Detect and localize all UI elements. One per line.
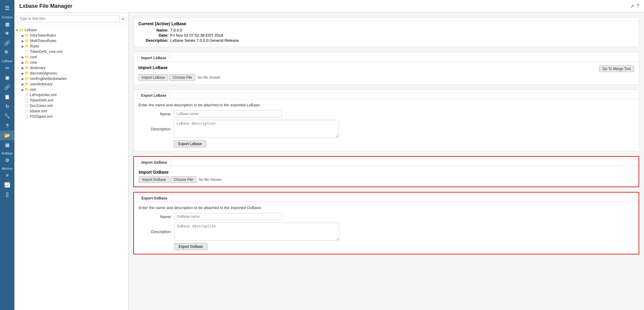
import-lxbase-content: Import LxBase Go To Merge Tool Import Lx…: [134, 61, 639, 84]
item-label: IntraTokenRules: [30, 33, 56, 38]
export-gxbase-name-label: Name:: [139, 214, 172, 219]
description-value: LxBase Series 7.0.0.0 General Release: [170, 38, 239, 43]
import-gxbase-row: Import GxBase Choose File No file chosen: [139, 176, 634, 183]
sidebar-lxbase-view[interactable]: 🔭: [0, 121, 14, 131]
folder-icon: 📁: [25, 66, 29, 70]
export-gxbase-desc-label: Description:: [139, 229, 172, 234]
sidebar-metrics-grid[interactable]: ⣿: [0, 190, 14, 199]
export-lxbase-name-row: Name:: [138, 110, 634, 117]
folder-icon: 📁: [25, 77, 29, 81]
export-lxbase-desc-label: Description:: [138, 127, 171, 131]
export-gxbase-button[interactable]: Export GxBase: [174, 243, 207, 250]
page-title: Lxbase File Manager: [19, 3, 72, 9]
file-icon: 📄: [25, 109, 29, 113]
arrow-icon: ▶: [22, 56, 24, 59]
import-gxbase-panel: Import GxBase Import GxBase Import GxBas…: [133, 156, 639, 187]
name-value: 7.0.0.0: [170, 28, 182, 32]
export-lxbase-desc-row: Description:: [138, 120, 634, 138]
list-item[interactable]: ▶ 📄 TokenDefs.xml: [14, 98, 128, 103]
arrow-icon: ▶: [22, 61, 24, 64]
sidebar: ☰ Corpus ▦ 👁 🔗 🔍 LxBase ✏ ▣ 🔗 📋 ↻ 🔧 🔭 📂 …: [0, 0, 14, 310]
sidebar-lxbase-tool[interactable]: 🔧: [0, 111, 14, 121]
list-item[interactable]: ▶ 📁 userdictionary: [14, 81, 128, 87]
gxbase-section-label: GxBase: [0, 150, 14, 156]
list-item[interactable]: ▶ 📁 Rules: [14, 44, 128, 49]
arrow-icon: ▶: [22, 72, 24, 75]
export-lxbase-tab[interactable]: Export LxBase: [137, 92, 170, 99]
sidebar-lxbase-doc[interactable]: 📋: [0, 92, 14, 102]
sidebar-metrics-chart[interactable]: 📈: [0, 180, 14, 190]
list-item[interactable]: ▶ 📄 lxbase.xml: [14, 108, 128, 114]
file-icon: 📄: [25, 93, 29, 97]
list-item[interactable]: ▶ 📁 xsd: [14, 87, 128, 92]
sidebar-lxbase-table[interactable]: ▣: [0, 73, 14, 83]
item-label: userdictionary: [30, 82, 53, 86]
sidebar-corpus-link[interactable]: 🔗: [0, 38, 14, 48]
sidebar-lxbase-refresh[interactable]: ↻: [0, 102, 14, 111]
list-item[interactable]: ▶ 📁 IntraTokenRules: [14, 33, 128, 38]
export-lxbase-name-input[interactable]: [174, 110, 282, 117]
go-to-merge-tool-button[interactable]: Go To Merge Tool: [599, 65, 634, 72]
choose-file-gxbase-button[interactable]: Choose File: [171, 176, 196, 183]
folder-icon: 📁: [25, 55, 29, 59]
arrow-icon: ▶: [22, 88, 24, 91]
choose-file-lxbase-button[interactable]: Choose File: [169, 74, 195, 81]
export-gxbase-name-input[interactable]: [174, 213, 282, 220]
list-item[interactable]: ▶ 📁 conf: [14, 54, 128, 60]
current-lxbase-heading: Current (Active) LxBase: [138, 21, 634, 26]
sidebar-corpus-eye[interactable]: 👁: [0, 29, 14, 38]
arrow-icon: ▶: [22, 45, 24, 48]
folder-icon: 📁: [25, 87, 29, 92]
list-item[interactable]: ▶ 📄 TokenDefs_core.xml: [14, 49, 128, 54]
collapse-button[interactable]: «: [120, 16, 126, 22]
export-lxbase-desc-textarea[interactable]: [174, 120, 339, 138]
sidebar-lxbase-grid[interactable]: ▦: [0, 140, 14, 150]
export-gxbase-tab[interactable]: Export GxBase: [138, 195, 171, 202]
folder-icon: 📁: [25, 82, 29, 86]
arrow-icon: ▶: [22, 77, 24, 81]
list-item[interactable]: ▶ 📁 discoveryignores: [14, 71, 128, 76]
sidebar-lxbase-folder[interactable]: 📂: [0, 131, 14, 140]
import-lxbase-button[interactable]: Import LxBase: [138, 74, 168, 81]
file-icon: 📄: [25, 115, 29, 119]
export-gxbase-panel: Export GxBase Enter the name and descrip…: [133, 192, 639, 254]
right-panel: Current (Active) LxBase Name: 7.0.0.0 Da…: [128, 13, 644, 310]
list-item[interactable]: ▶ 📄 LxProperties.xml: [14, 92, 128, 98]
import-lxbase-title: Import LxBase: [138, 65, 168, 70]
sidebar-metrics-list[interactable]: ≡: [0, 171, 14, 180]
list-item[interactable]: ▶ 📁 MultiTokenRules: [14, 38, 128, 44]
list-item[interactable]: ▶ 📁 dictionary: [14, 65, 128, 71]
export-lxbase-content: Enter the name and description to be att…: [134, 99, 639, 151]
item-label: MultiTokenRules: [30, 39, 56, 43]
list-item[interactable]: ▶ 📄 PSOtypes.xml: [14, 114, 128, 119]
import-gxbase-button[interactable]: Import GxBase: [139, 176, 169, 183]
list-item[interactable]: ▶ 📁 nonEnglishDictionaries: [14, 76, 128, 81]
export-lxbase-form: Name: Description: Export LxBase: [138, 110, 634, 147]
list-item[interactable]: ▶ 📁 core: [14, 60, 128, 65]
sidebar-gxbase-gear[interactable]: ⚙: [0, 156, 14, 165]
import-gxbase-tab[interactable]: Import GxBase: [138, 159, 171, 166]
export-lxbase-button[interactable]: Export LxBase: [174, 140, 206, 147]
export-gxbase-desc-textarea[interactable]: [174, 223, 339, 241]
item-label: dictionary: [30, 66, 45, 70]
description-label: Description:: [138, 38, 168, 43]
menu-icon[interactable]: ☰: [0, 2, 14, 14]
sidebar-corpus-grid[interactable]: ▦: [0, 20, 14, 29]
tree-root[interactable]: ▼ 📁 LxBase: [14, 27, 128, 33]
item-label: PSOtypes.xml: [30, 114, 53, 119]
arrow-icon: ▶: [22, 34, 24, 37]
import-lxbase-row: Import LxBase Choose File No file chosen: [138, 74, 634, 81]
sidebar-corpus-search[interactable]: 🔍: [0, 48, 14, 58]
arrow-icon: ▶: [22, 66, 24, 70]
root-folder-icon: 📁: [19, 28, 24, 32]
export-gxbase-description: Enter the name and description to be att…: [139, 205, 634, 210]
import-lxbase-tab[interactable]: Import LxBase: [137, 54, 170, 61]
sidebar-lxbase-edit[interactable]: ✏: [0, 63, 14, 73]
expand-icon[interactable]: ↗: [630, 3, 634, 9]
file-search-input[interactable]: [17, 15, 120, 22]
arrow-icon: ▶: [22, 39, 24, 43]
export-gxbase-content: Enter the name and description to be att…: [134, 202, 639, 254]
sidebar-lxbase-link[interactable]: 🔗: [0, 83, 14, 92]
help-icon[interactable]: ?: [636, 3, 639, 9]
list-item[interactable]: ▶ 📄 DocZones.xml: [14, 103, 128, 108]
